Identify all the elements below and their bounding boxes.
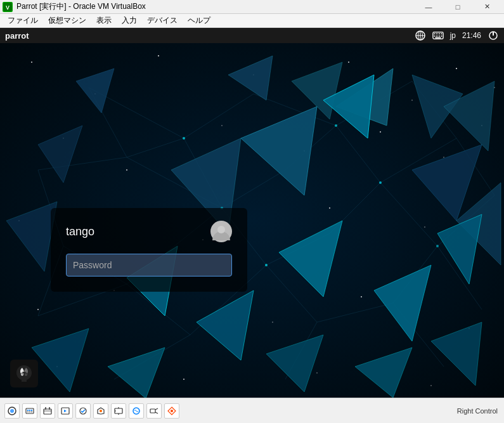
keyboard-icon[interactable] (432, 30, 444, 41)
svg-rect-7 (434, 33, 435, 34)
taskbar-icon-2[interactable] (22, 403, 37, 419)
svg-point-105 (335, 124, 337, 127)
svg-rect-121 (31, 410, 32, 411)
svg-marker-130 (64, 410, 67, 412)
taskbar-icon-9[interactable] (146, 403, 162, 419)
svg-point-111 (217, 226, 225, 233)
svg-point-31 (380, 131, 381, 133)
svg-rect-9 (439, 33, 440, 34)
taskbar-icon-7[interactable] (111, 403, 126, 419)
password-input[interactable] (66, 254, 232, 277)
svg-rect-10 (441, 33, 442, 34)
svg-point-38 (37, 309, 39, 310)
svg-point-107 (379, 181, 382, 184)
svg-rect-124 (31, 412, 32, 412)
svg-rect-14 (441, 36, 442, 37)
vm-desktop: tango (0, 43, 504, 398)
taskbar-icons (4, 403, 180, 419)
svg-point-104 (183, 137, 185, 140)
window-controls: — □ ✕ (414, 0, 501, 14)
title-bar-left: V Parrot [実行中] - Oracle VM VirtualBox (3, 1, 146, 12)
taskbar-icon-6[interactable] (93, 403, 108, 419)
title-bar: V Parrot [実行中] - Oracle VM VirtualBox — … (0, 0, 504, 14)
svg-point-37 (424, 226, 425, 228)
svg-point-40 (272, 322, 273, 323)
svg-rect-12 (436, 36, 437, 37)
menu-vm[interactable]: 仮想マシン (43, 14, 91, 27)
svg-point-21 (158, 55, 159, 56)
svg-rect-11 (434, 36, 435, 37)
svg-point-44 (183, 379, 184, 380)
svg-point-108 (265, 264, 268, 266)
svg-point-19 (31, 62, 32, 63)
clock: 21:46 (462, 31, 481, 40)
svg-point-32 (443, 157, 444, 157)
close-button[interactable]: ✕ (472, 0, 501, 14)
menu-input[interactable]: 入力 (117, 14, 142, 27)
svg-point-29 (221, 125, 222, 126)
svg-rect-13 (439, 36, 440, 37)
keyboard-lang: jp (450, 31, 456, 40)
taskbar-icon-1[interactable] (4, 403, 20, 419)
svg-line-139 (155, 408, 158, 410)
window-title: Parrot [実行中] - Oracle VM VirtualBox (16, 1, 146, 12)
taskbar-icon-5[interactable] (75, 403, 91, 419)
svg-point-115 (25, 374, 27, 375)
user-avatar (210, 221, 232, 242)
svg-line-140 (155, 412, 158, 413)
menu-devices[interactable]: デバイス (142, 14, 183, 27)
svg-point-132 (100, 410, 102, 412)
svg-rect-120 (29, 410, 30, 411)
svg-point-25 (456, 68, 457, 69)
svg-rect-15 (435, 37, 441, 39)
svg-rect-138 (150, 409, 155, 413)
parrot-logo (10, 360, 38, 387)
vm-hostname: parrot (5, 31, 29, 41)
maximize-button[interactable]: □ (443, 0, 472, 14)
login-header: tango (66, 221, 232, 242)
menu-file[interactable]: ファイル (3, 14, 43, 27)
login-box: tango (51, 208, 247, 292)
network-icon[interactable] (415, 30, 426, 41)
svg-point-45 (316, 372, 317, 373)
right-control-label: Right Control (457, 407, 500, 415)
vbox-taskbar: Right Control (0, 398, 504, 423)
svg-rect-119 (27, 410, 29, 411)
svg-rect-122 (27, 412, 29, 412)
taskbar-icon-3[interactable] (40, 403, 55, 419)
svg-rect-8 (436, 33, 437, 34)
svg-rect-123 (29, 412, 30, 412)
taskbar-icon-8[interactable] (129, 403, 144, 419)
menu-help[interactable]: ヘルプ (183, 14, 216, 27)
taskbar-icon-4[interactable] (58, 403, 73, 419)
svg-point-41 (361, 296, 362, 297)
svg-point-109 (436, 245, 439, 247)
menu-bar: ファイル 仮想マシン 表示 入力 デバイス ヘルプ (0, 14, 504, 28)
username-label: tango (66, 225, 94, 238)
taskbar-icon-10[interactable] (164, 403, 179, 419)
app-icon: V (3, 2, 13, 12)
svg-point-141 (171, 410, 173, 412)
svg-point-114 (22, 374, 23, 375)
svg-rect-125 (44, 409, 51, 414)
svg-point-46 (430, 385, 432, 386)
svg-point-36 (329, 207, 330, 209)
svg-text:V: V (6, 4, 10, 11)
vm-status-bar: parrot jp 21:46 (0, 28, 504, 43)
minimize-button[interactable]: — (414, 0, 443, 14)
svg-point-28 (126, 169, 127, 171)
power-icon[interactable] (488, 30, 499, 41)
svg-point-26 (494, 87, 494, 88)
svg-point-24 (411, 100, 413, 101)
svg-point-117 (10, 409, 14, 413)
menu-view[interactable]: 表示 (91, 14, 117, 27)
vm-status-right: jp 21:46 (415, 30, 499, 41)
svg-point-23 (348, 62, 349, 63)
